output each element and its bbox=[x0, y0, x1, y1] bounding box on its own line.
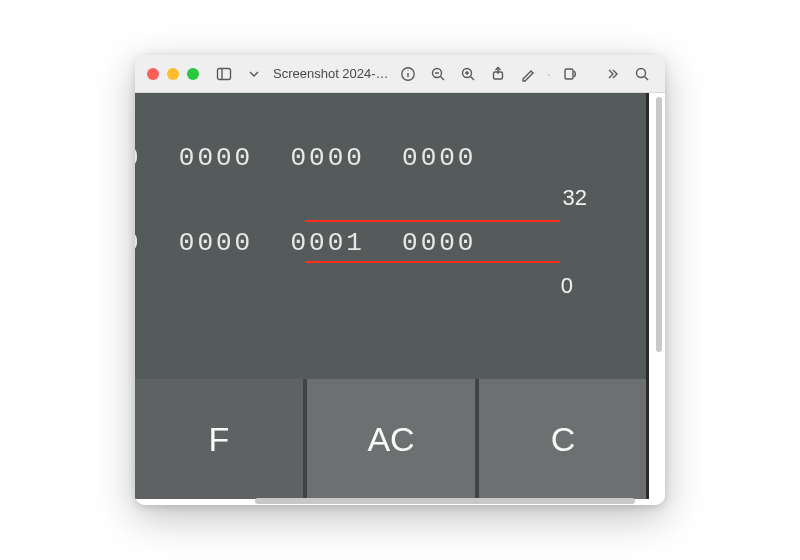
markup-icon[interactable] bbox=[517, 63, 539, 85]
bit-index-label-0: 0 bbox=[561, 273, 573, 299]
share-icon[interactable] bbox=[487, 63, 509, 85]
minimize-window-button[interactable] bbox=[167, 68, 179, 80]
svg-line-16 bbox=[645, 76, 649, 80]
svg-point-4 bbox=[407, 70, 408, 71]
info-icon[interactable] bbox=[397, 63, 419, 85]
annotation-line-bottom bbox=[305, 261, 560, 263]
calculator-view: 0 0000 0000 0000 32 0 0000 0001 0000 0 F… bbox=[135, 93, 647, 499]
horizontal-scrollbar[interactable] bbox=[255, 498, 635, 504]
binary-display: 0 0000 0000 0000 32 0 0000 0001 0000 0 bbox=[135, 93, 647, 379]
svg-line-6 bbox=[440, 76, 444, 80]
key-c[interactable]: C bbox=[479, 379, 647, 499]
close-window-button[interactable] bbox=[147, 68, 159, 80]
search-icon[interactable] bbox=[631, 63, 653, 85]
bit-index-label-32: 32 bbox=[563, 185, 587, 211]
chevron-down-icon[interactable] bbox=[243, 63, 265, 85]
svg-rect-14 bbox=[565, 69, 573, 79]
svg-line-9 bbox=[470, 76, 474, 80]
more-icon[interactable] bbox=[601, 63, 623, 85]
sidebar-icon[interactable] bbox=[213, 63, 235, 85]
key-f[interactable]: F bbox=[135, 379, 303, 499]
svg-rect-0 bbox=[218, 68, 231, 79]
zoom-in-icon[interactable] bbox=[457, 63, 479, 85]
rotate-icon[interactable] bbox=[559, 63, 581, 85]
bit-row-upper[interactable]: 0 0000 0000 0000 bbox=[135, 143, 476, 173]
annotation-line-top bbox=[305, 220, 560, 222]
svg-point-15 bbox=[637, 68, 646, 77]
vertical-scrollbar-track[interactable] bbox=[656, 97, 662, 489]
vertical-scrollbar-thumb[interactable] bbox=[656, 97, 662, 352]
content-area: 0 0000 0000 0000 32 0 0000 0001 0000 0 F… bbox=[135, 93, 665, 505]
toolbar-separator: · bbox=[547, 66, 551, 82]
zoom-window-button[interactable] bbox=[187, 68, 199, 80]
window-controls bbox=[147, 68, 199, 80]
titlebar: Screenshot 2024-… · bbox=[135, 55, 665, 93]
bit-row-lower[interactable]: 0 0000 0001 0000 bbox=[135, 228, 476, 258]
zoom-out-icon[interactable] bbox=[427, 63, 449, 85]
key-ac[interactable]: AC bbox=[307, 379, 475, 499]
calculator-keys: F AC C bbox=[135, 379, 647, 499]
window-title: Screenshot 2024-… bbox=[273, 66, 389, 81]
preview-window: Screenshot 2024-… · 0 0 bbox=[135, 55, 665, 505]
